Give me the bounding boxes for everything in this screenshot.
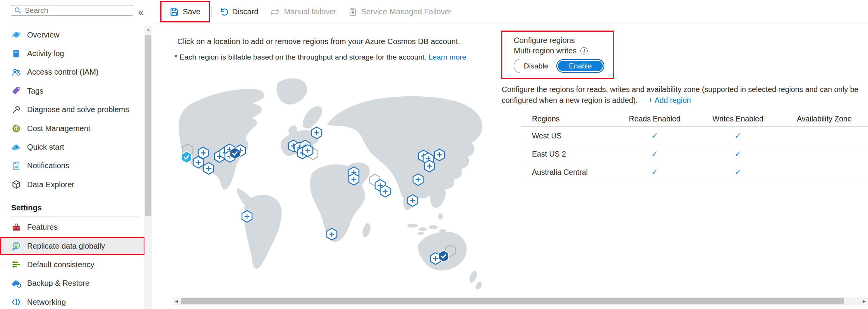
search-placeholder: Search [25, 6, 48, 15]
toolbar-separator [211, 7, 212, 17]
region-marker-plus[interactable] [349, 174, 359, 185]
activity-log-icon [11, 49, 21, 59]
settings-section-heading: Settings [0, 200, 145, 217]
disable-option[interactable]: Disable [514, 62, 558, 70]
region-name-cell: West US [521, 131, 614, 140]
region-marker-plus[interactable] [424, 160, 434, 172]
scroll-up-arrow[interactable]: ▲ [144, 26, 152, 33]
sidebar-nav: OverviewActivity logAccess control (IAM)… [0, 26, 145, 309]
svg-text:*: * [14, 161, 16, 167]
reads-enabled-check: ✓ [614, 149, 695, 159]
sidebar-item-networking[interactable]: Networking [0, 293, 145, 309]
swap-arrows-icon [270, 7, 280, 17]
page-description: Click on a location to add or remove reg… [177, 37, 460, 46]
multi-region-writes-toggle: Disable Enable [514, 59, 604, 73]
sidebar-item-replicate-data-globally[interactable]: Replicate data globally [0, 237, 145, 255]
configure-regions-panel: Configure regions Multi-region writes i … [501, 31, 614, 79]
configure-regions-title: Configure regions [514, 36, 613, 45]
learn-more-link[interactable]: Learn more [429, 53, 466, 61]
sidebar-item-overview[interactable]: Overview [0, 26, 145, 44]
scroll-left-arrow[interactable]: ◀ [173, 297, 180, 305]
overview-icon [11, 30, 21, 40]
region-marker-plus[interactable] [413, 174, 423, 186]
sidebar-item-label: Quick start [27, 143, 64, 152]
collapse-sidebar-button[interactable]: « [138, 7, 144, 18]
service-managed-failover-button[interactable]: Service-Managed Failover [342, 4, 457, 20]
writes-enabled-check: ✓ [695, 131, 781, 140]
manual-failover-button[interactable]: Manual failover [264, 4, 342, 20]
access-control-icon [11, 67, 21, 77]
region-marker-plus[interactable] [312, 127, 322, 139]
sidebar: Search « OverviewActivity logAccess cont… [0, 0, 153, 309]
sidebar-item-diagnose-and-solve-problems[interactable]: Diagnose and solve problems [0, 101, 145, 119]
quick-start-icon [11, 142, 21, 152]
sidebar-item-activity-log[interactable]: Activity log [0, 44, 145, 63]
info-icon[interactable]: i [580, 47, 588, 55]
sidebar-item-notifications[interactable]: *Notifications [0, 157, 145, 175]
data-explorer-icon [11, 179, 21, 189]
sidebar-item-default-consistency[interactable]: Default consistency [0, 255, 145, 274]
regions-table: Regions Reads Enabled Writes Enabled Ava… [521, 111, 868, 181]
replicate-globally-icon [11, 241, 21, 251]
sidebar-item-cost-management[interactable]: $Cost Management [0, 119, 145, 138]
sidebar-item-data-explorer[interactable]: Data Explorer [0, 175, 145, 194]
networking-icon [11, 297, 21, 307]
search-input[interactable]: Search [11, 5, 133, 16]
region-name-cell: East US 2 [521, 150, 614, 159]
region-marker-plus[interactable] [242, 211, 252, 222]
region-marker-check-dark[interactable] [439, 251, 449, 262]
sidebar-item-quick-start[interactable]: Quick start [0, 138, 145, 156]
reads-enabled-check: ✓ [614, 131, 695, 140]
sidebar-scrollbar-thumb[interactable] [145, 35, 151, 216]
backup-restore-icon [11, 278, 21, 289]
writes-enabled-check: ✓ [695, 167, 781, 177]
sidebar-item-label: Default consistency [27, 260, 94, 269]
region-marker-plus[interactable] [204, 163, 214, 174]
sidebar-item-features[interactable]: Features [0, 218, 145, 237]
diagnose-icon [11, 105, 21, 115]
configure-regions-description: Configure the regions for reads, writes … [502, 84, 868, 106]
region-marker-plus[interactable] [380, 186, 390, 197]
sidebar-item-label: Replicate data globally [27, 242, 105, 251]
sidebar-item-label: Features [27, 223, 58, 232]
horizontal-scrollbar[interactable]: ◀ ▶ [173, 297, 868, 305]
col-availability-zone: Availability Zone [781, 114, 868, 123]
region-marker-check-cyan[interactable] [182, 152, 192, 163]
clipboard-icon [348, 7, 357, 17]
region-marker-plus[interactable] [327, 229, 337, 240]
tags-icon [11, 86, 21, 96]
sidebar-item-tags[interactable]: Tags [0, 82, 145, 100]
horizontal-scrollbar-thumb[interactable] [181, 298, 844, 304]
cost-management-icon: $ [11, 123, 21, 133]
discard-icon [219, 7, 228, 17]
reads-enabled-check: ✓ [614, 167, 695, 177]
sidebar-item-backup-restore[interactable]: Backup & Restore [0, 274, 145, 293]
col-writes-enabled: Writes Enabled [695, 114, 781, 123]
sidebar-item-access-control-iam[interactable]: Access control (IAM) [0, 63, 145, 82]
sidebar-item-label: Tags [27, 87, 43, 96]
sidebar-scrollbar[interactable]: ▲ [144, 26, 152, 309]
region-marker-plus[interactable] [193, 157, 203, 168]
sidebar-item-label: Activity log [27, 49, 64, 58]
save-button[interactable]: Save [164, 4, 206, 20]
table-row: West US✓✓ [521, 127, 868, 145]
region-name-cell: Australia Central [521, 168, 614, 177]
region-marker-plus[interactable] [434, 149, 444, 161]
col-reads-enabled: Reads Enabled [614, 114, 695, 123]
default-consistency-icon [11, 259, 21, 270]
region-marker-plus[interactable] [408, 195, 418, 207]
discard-button[interactable]: Discard [213, 4, 264, 20]
add-region-link[interactable]: + Add region [648, 96, 691, 104]
settings-divider [11, 217, 139, 217]
save-icon [170, 7, 179, 17]
svg-text:$: $ [15, 126, 17, 130]
world-map[interactable] [173, 76, 491, 292]
sidebar-item-label: Networking [27, 298, 66, 307]
enable-option[interactable]: Enable [558, 61, 603, 71]
sidebar-item-label: Access control (IAM) [27, 68, 98, 77]
scroll-right-arrow[interactable]: ▶ [860, 297, 868, 305]
billing-note: * Each region is billable based on the t… [175, 53, 466, 61]
region-marker-check-dark[interactable] [230, 148, 240, 159]
region-marker-plus[interactable] [303, 145, 313, 157]
sidebar-item-label: Data Explorer [27, 180, 74, 189]
